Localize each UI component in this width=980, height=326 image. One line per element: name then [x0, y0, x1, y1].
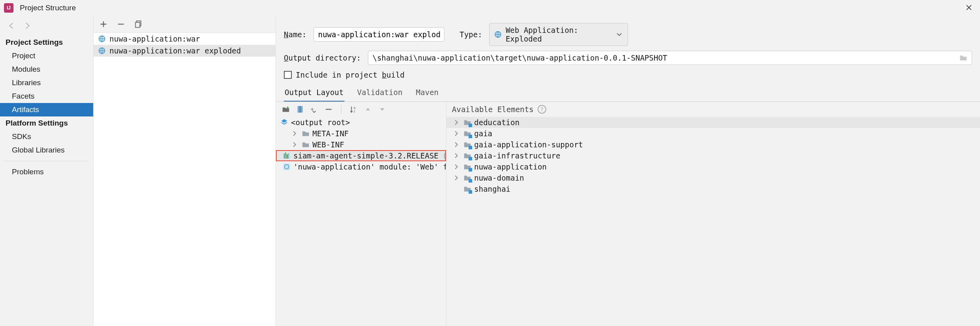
- available-item-label: gaia: [474, 129, 492, 138]
- chevron-down-icon: [615, 30, 624, 39]
- available-item-label: shanghai: [474, 185, 511, 193]
- add-copy-icon[interactable]: [310, 105, 319, 114]
- type-label: Type:: [459, 30, 482, 39]
- help-icon[interactable]: ?: [538, 105, 546, 114]
- tree-item-label: WEB-INF: [312, 140, 344, 149]
- artifact-item-label: nuwa-application:war: [109, 34, 200, 43]
- output-root-icon: [280, 118, 289, 127]
- web-artifact-icon: [98, 46, 106, 55]
- output-layout-toolbar: az: [276, 102, 446, 117]
- artifact-item[interactable]: nuwa-application:war exploded: [94, 45, 276, 57]
- chevron-right-icon[interactable]: [452, 140, 461, 149]
- module-folder-icon: [463, 129, 472, 138]
- svg-rect-1: [136, 22, 140, 27]
- nav-facets[interactable]: Facets: [0, 90, 93, 103]
- svg-rect-6: [299, 106, 301, 113]
- nav-back-icon[interactable]: [7, 21, 16, 30]
- chevron-right-icon[interactable]: [452, 118, 461, 127]
- module-folder-icon: [463, 151, 472, 160]
- tree-item-label: META-INF: [312, 129, 349, 138]
- artifact-toolbar: [94, 16, 276, 33]
- chevron-right-icon[interactable]: [452, 151, 461, 160]
- move-up-icon[interactable]: [364, 105, 372, 114]
- chevron-right-icon[interactable]: [290, 140, 299, 149]
- available-item[interactable]: shanghai: [446, 183, 980, 194]
- tree-root[interactable]: <output root>: [276, 117, 446, 128]
- folder-icon: [301, 140, 310, 149]
- available-item[interactable]: gaia-infrastructure: [446, 150, 980, 161]
- available-item[interactable]: nuwa-application: [446, 161, 980, 172]
- include-build-label: Include in project build: [296, 71, 405, 79]
- tab-maven[interactable]: Maven: [415, 86, 439, 101]
- detail-tabs: Output Layout Validation Maven: [276, 82, 980, 102]
- module-folder-icon: [463, 173, 472, 182]
- svg-rect-9: [284, 154, 285, 159]
- outdir-value: \shanghai\nuwa-application\target\nuwa-a…: [372, 53, 956, 62]
- module-folder-icon: [463, 185, 472, 193]
- toolbar-separator: [341, 105, 341, 114]
- nav-project[interactable]: Project: [0, 49, 93, 63]
- tab-validation[interactable]: Validation: [356, 86, 403, 101]
- nav-modules[interactable]: Modules: [0, 63, 93, 76]
- svg-text:z: z: [354, 110, 355, 113]
- folder-icon: [301, 129, 310, 138]
- available-item-label: nuwa-domain: [474, 173, 524, 182]
- chevron-right-icon[interactable]: [290, 129, 299, 138]
- section-project-settings: Project Settings: [0, 36, 93, 49]
- app-icon: IJ: [4, 3, 13, 13]
- nav-artifacts[interactable]: Artifacts: [0, 103, 93, 116]
- section-platform-settings: Platform Settings: [0, 116, 93, 130]
- available-item[interactable]: gaia: [446, 128, 980, 139]
- tree-item-label: siam-am-agent-simple-3.2.RELEASE: [293, 151, 438, 160]
- artifact-item[interactable]: nuwa-application:war: [94, 33, 276, 45]
- nav-sdks[interactable]: SDKs: [0, 130, 93, 143]
- tree-root-label: <output root>: [291, 118, 350, 127]
- available-item[interactable]: nuwa-domain: [446, 172, 980, 183]
- sort-az-icon[interactable]: az: [349, 105, 358, 114]
- move-down-icon[interactable]: [378, 105, 387, 114]
- sidebar-separator: [5, 161, 88, 161]
- tree-item-folder[interactable]: WEB-INF: [276, 139, 446, 150]
- nav-global-libraries[interactable]: Global Libraries: [0, 143, 93, 157]
- chevron-right-icon[interactable]: [452, 129, 461, 138]
- browse-folder-icon[interactable]: [959, 53, 968, 62]
- web-facet-icon: [282, 162, 291, 171]
- output-directory-input[interactable]: \shanghai\nuwa-application\target\nuwa-a…: [368, 51, 972, 65]
- available-item-label: nuwa-application: [474, 162, 547, 171]
- nav-libraries[interactable]: Libraries: [0, 76, 93, 90]
- available-item[interactable]: gaia-application-support: [446, 139, 980, 150]
- module-folder-icon: [463, 140, 472, 149]
- add-artifact-icon[interactable]: [99, 20, 108, 29]
- tree-item-library[interactable]: siam-am-agent-simple-3.2.RELEASE (Proje: [276, 150, 446, 161]
- svg-text:a: a: [354, 106, 356, 110]
- new-folder-icon[interactable]: [281, 105, 290, 114]
- nav-forward-icon[interactable]: [23, 21, 32, 30]
- type-value: Web Application: Exploded: [505, 26, 612, 43]
- new-archive-icon[interactable]: [296, 105, 304, 114]
- available-item-label: deducation: [474, 118, 519, 127]
- available-elements-panel: Available Elements ? deducationgaiagaia-…: [446, 102, 980, 326]
- remove-item-icon[interactable]: [324, 105, 333, 114]
- web-artifact-icon: [494, 30, 502, 39]
- chevron-right-icon[interactable]: [452, 173, 461, 182]
- include-build-checkbox[interactable]: [284, 71, 292, 79]
- available-item-label: gaia-application-support: [474, 140, 583, 149]
- available-item-label: gaia-infrastructure: [474, 151, 560, 160]
- sidebar: Project Settings Project Modules Librari…: [0, 16, 94, 326]
- tree-item-facet[interactable]: 'nuwa-application' module: 'Web' facet: [276, 161, 446, 172]
- available-item[interactable]: deducation: [446, 117, 980, 128]
- copy-artifact-icon[interactable]: [134, 20, 143, 29]
- window-title: Project Structure: [20, 4, 962, 12]
- chevron-right-icon[interactable]: [452, 162, 461, 171]
- svg-rect-11: [287, 154, 288, 158]
- close-icon[interactable]: [962, 2, 976, 14]
- type-select[interactable]: Web Application: Exploded: [489, 23, 628, 46]
- nav-problems[interactable]: Problems: [0, 165, 93, 179]
- tab-output-layout[interactable]: Output Layout: [284, 86, 345, 102]
- tree-item-folder[interactable]: META-INF: [276, 128, 446, 139]
- remove-artifact-icon[interactable]: [117, 20, 125, 29]
- web-artifact-icon: [98, 34, 106, 43]
- name-input[interactable]: [314, 27, 444, 42]
- output-layout-panel: az <output root> META-INF: [276, 102, 446, 326]
- tree-item-suffix: (Proje: [442, 151, 446, 160]
